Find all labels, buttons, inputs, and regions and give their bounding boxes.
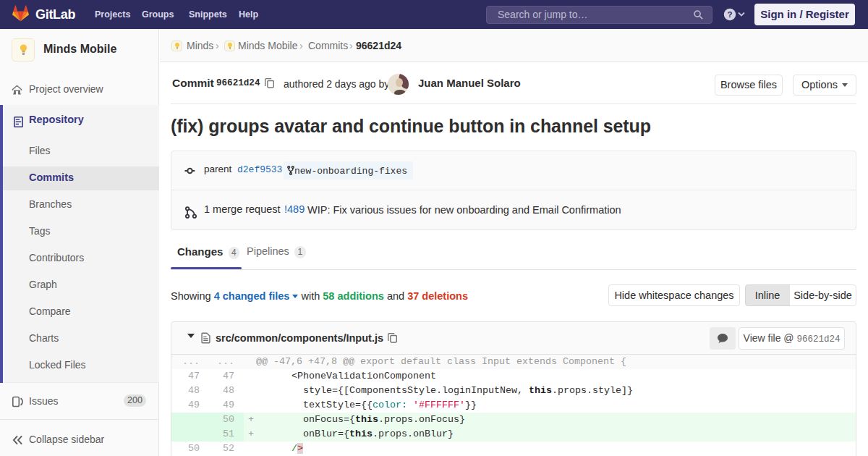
- svg-text:?: ?: [727, 10, 732, 19]
